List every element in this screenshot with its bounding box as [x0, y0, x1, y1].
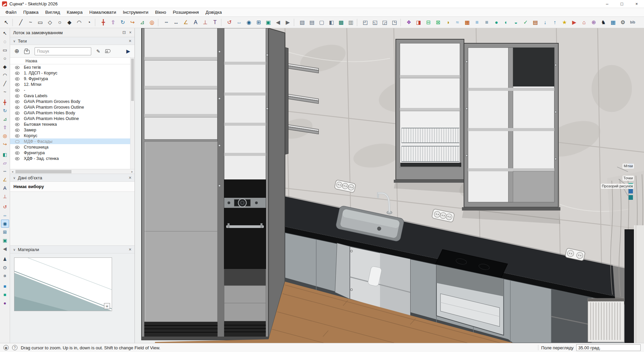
visibility-eye-icon[interactable] — [15, 71, 19, 75]
move-tool-icon[interactable]: ╋ — [99, 18, 108, 27]
tag-row[interactable]: 1. ЛДСП - Корпус — [10, 70, 135, 76]
close-button[interactable]: × — [629, 0, 644, 8]
scene-marker[interactable] — [629, 189, 633, 193]
tags-panel-close-icon[interactable]: × — [129, 39, 131, 43]
visibility-eye-icon[interactable] — [15, 111, 19, 115]
tray-close-icon[interactable]: × — [129, 30, 131, 35]
section-fill-icon[interactable]: ⊠ — [433, 18, 443, 27]
rail-circle-tool-icon[interactable]: ○ — [1, 54, 9, 62]
rail-tape-measure-icon[interactable]: ┅ — [1, 167, 9, 175]
visibility-eye-icon[interactable] — [15, 99, 19, 104]
pan-tool-icon[interactable]: ⇔ — [234, 18, 244, 27]
tall-cabinet-unit[interactable] — [142, 28, 285, 340]
cabinet-drawer[interactable] — [224, 286, 266, 321]
menu-Інструменти[interactable]: Інструменти — [119, 8, 152, 17]
visibility-eye-icon[interactable] — [15, 76, 19, 81]
rail-polygon-tool-icon[interactable]: ◆ — [1, 63, 9, 71]
right-view-icon[interactable]: ◳ — [390, 18, 399, 27]
component-browser-icon[interactable]: ❖ — [404, 18, 414, 27]
entity-panel-header[interactable]: ∨ Дані об'єкта × — [10, 174, 135, 182]
tag-row[interactable]: МДФ - Фасады — [10, 138, 135, 144]
dark-compartment[interactable] — [513, 48, 554, 86]
fridge-door[interactable] — [144, 141, 217, 322]
open-door-panel[interactable] — [335, 243, 350, 299]
tag-row[interactable]: Без тегів — [10, 64, 135, 70]
tag-row[interactable]: GAVA Phantom Holes Body — [10, 110, 135, 116]
rail-rotate-tool-icon[interactable]: ↻ — [1, 107, 9, 115]
visibility-eye-icon[interactable] — [15, 151, 19, 155]
scroll-right-arrow-icon[interactable]: ▸ — [130, 169, 135, 174]
material-preview-zoom-button[interactable]: + — [104, 303, 110, 309]
scrollbar-thumb[interactable] — [15, 170, 71, 173]
rail-zoom-extents-icon[interactable]: ▣ — [1, 236, 9, 244]
line-tool-icon[interactable]: ╱ — [16, 18, 25, 27]
visibility-eye-icon[interactable] — [15, 82, 19, 87]
scrollbar-thumb[interactable] — [131, 59, 134, 101]
tags-horizontal-scrollbar[interactable]: ◂ ▸ — [10, 169, 135, 174]
rail-scale-tool-icon[interactable]: ⊿ — [1, 115, 9, 123]
select-tool-icon[interactable]: ↖ — [2, 18, 11, 27]
layers-manager-icon[interactable]: ≡ — [472, 18, 482, 27]
window-jamb[interactable] — [625, 229, 634, 343]
rail-protractor-icon[interactable]: ∠ — [1, 176, 9, 184]
shaded-style-icon[interactable]: ◧ — [327, 18, 336, 27]
cabinet-door[interactable] — [513, 171, 554, 202]
visibility-eye-icon[interactable] — [15, 116, 19, 121]
cutlist-extension-icon[interactable]: ▤ — [531, 18, 540, 27]
solid-intersect-icon[interactable]: ◒ — [511, 18, 521, 27]
wireframe-style-icon[interactable]: ▤ — [307, 18, 317, 27]
orbit-tool-icon[interactable]: ↺ — [225, 18, 234, 27]
tag-row[interactable]: GAVA Phantom Grooves Outline — [10, 104, 135, 110]
report-grid-icon[interactable]: ▦ — [608, 18, 618, 27]
tag-row[interactable]: Фурнитура — [10, 150, 135, 156]
radiator[interactable] — [588, 298, 624, 342]
tag-row[interactable]: Корпус — [10, 133, 135, 138]
open-shelf-column[interactable] — [224, 28, 266, 180]
previous-view-icon[interactable]: ◀ — [273, 18, 283, 27]
pencil-icon[interactable]: ✎ — [96, 49, 100, 54]
rail-zoom-tool-icon[interactable]: ◉ — [1, 220, 9, 228]
material-browser-icon[interactable]: ◨ — [414, 18, 423, 27]
open-shelf-column[interactable] — [144, 28, 217, 139]
rail-position-camera-icon[interactable]: ¤ — [1, 272, 9, 280]
front-view-icon[interactable]: ◲ — [380, 18, 389, 27]
status-geolocation-icon[interactable]: ◉ — [3, 345, 9, 350]
rail-paint-bucket-icon[interactable]: ◧ — [1, 151, 9, 159]
rail-orbit-tool-icon[interactable]: ↺ — [1, 203, 9, 211]
window-reveal[interactable] — [634, 225, 644, 343]
rail-extension-blue-icon[interactable]: ■ — [1, 282, 9, 290]
visibility-hidden-icon[interactable] — [15, 139, 19, 144]
axes-tool-icon[interactable]: ⊥ — [201, 18, 210, 27]
rail-pan-tool-icon[interactable]: ⇔ — [1, 211, 9, 219]
rail-extension-purple-icon[interactable]: ● — [1, 299, 9, 307]
scale-tool-icon[interactable]: ⊿ — [138, 18, 147, 27]
hidden-line-style-icon[interactable]: ▢ — [317, 18, 326, 27]
menu-Вікно[interactable]: Вікно — [152, 8, 169, 17]
polygon-tool-icon[interactable]: ◆ — [65, 18, 74, 27]
scroll-left-arrow-icon[interactable]: ◂ — [10, 169, 15, 174]
tag-row[interactable]: GAVA Phantom Grooves Body — [10, 99, 135, 104]
warehouse-icon[interactable]: ⌂ — [579, 18, 589, 27]
rotate-tool-icon[interactable]: ↻ — [118, 18, 127, 27]
menu-Розширення[interactable]: Розширення — [169, 8, 202, 17]
rail-eraser-tool-icon[interactable]: ▱ — [1, 159, 9, 167]
rail-offset-tool-icon[interactable]: ◎ — [1, 132, 9, 140]
visibility-eye-icon[interactable] — [15, 128, 19, 132]
rectangle-tool-icon[interactable]: ▭ — [36, 18, 45, 27]
materials-panel-header[interactable]: ∨ Матеріали × — [10, 245, 135, 253]
tags-panel-header[interactable]: ∨ Теги × — [10, 37, 135, 45]
visibility-eye-icon[interactable] — [15, 122, 19, 127]
tags-search-input[interactable] — [35, 47, 91, 55]
visibility-eye-icon[interactable] — [15, 145, 19, 150]
open-corner-cabinet[interactable] — [551, 289, 592, 343]
circle-tool-icon[interactable]: ○ — [55, 18, 64, 27]
rail-push-pull-tool-icon[interactable]: ⇧ — [1, 123, 9, 131]
pie-tool-icon[interactable]: ◔ — [84, 18, 94, 27]
animation-extension-icon[interactable]: ▶ — [570, 18, 579, 27]
tag-row[interactable]: Gava Labels — [10, 93, 135, 99]
zoom-tool-icon[interactable]: ◉ — [244, 18, 254, 27]
color-by-tag-icon[interactable] — [105, 49, 111, 53]
menu-Файл[interactable]: Файл — [2, 8, 20, 17]
built-in-oven[interactable] — [224, 180, 266, 269]
menu-Намалювати[interactable]: Намалювати — [86, 8, 119, 17]
